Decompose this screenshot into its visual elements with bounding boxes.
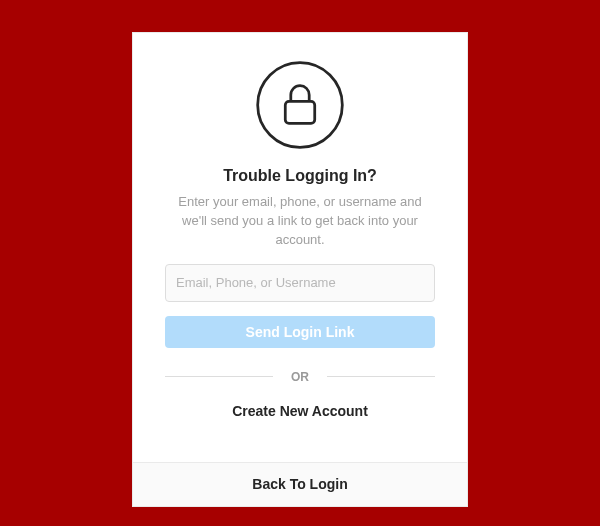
login-identifier-input[interactable] xyxy=(165,264,435,302)
back-to-login-link[interactable]: Back To Login xyxy=(252,476,347,492)
divider-line-left xyxy=(165,376,273,377)
or-divider: OR xyxy=(165,370,435,384)
lock-icon xyxy=(165,59,435,151)
card-footer: Back To Login xyxy=(133,462,467,506)
page-subtitle: Enter your email, phone, or username and… xyxy=(165,193,435,250)
divider-text: OR xyxy=(291,370,309,384)
card-body: Trouble Logging In? Enter your email, ph… xyxy=(133,33,467,462)
svg-point-0 xyxy=(258,63,343,148)
page-title: Trouble Logging In? xyxy=(165,167,435,185)
create-new-account-link[interactable]: Create New Account xyxy=(232,403,368,419)
send-login-link-button[interactable]: Send Login Link xyxy=(165,316,435,348)
svg-rect-1 xyxy=(285,101,314,123)
login-help-card: Trouble Logging In? Enter your email, ph… xyxy=(132,32,468,507)
divider-line-right xyxy=(327,376,435,377)
